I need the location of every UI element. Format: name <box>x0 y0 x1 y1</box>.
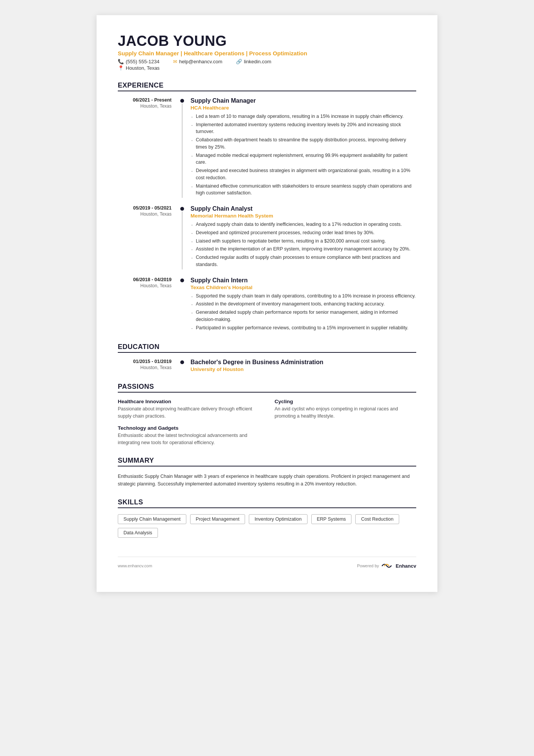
bullet-item: Developed and executed business strategi… <box>190 167 416 182</box>
timeline-connector <box>178 205 186 269</box>
exp-date: 06/2021 - Present <box>118 97 172 103</box>
skill-badge: Project Management <box>190 514 245 524</box>
bullet-item: Supported the supply chain team in daily… <box>190 293 416 300</box>
exp-company: HCA Healthcare <box>190 105 416 111</box>
email-item: ✉ help@enhancv.com <box>173 59 222 64</box>
brand-name: Enhancv <box>396 563 416 569</box>
passion-desc: Passionate about improving healthcare de… <box>118 405 259 420</box>
skill-badge: Cost Reduction <box>355 514 399 524</box>
edu-school: University of Houston <box>190 366 416 372</box>
exp-left: 06/2018 - 04/2019 Houston, Texas <box>118 277 178 333</box>
phone-number: (555) 555-1234 <box>126 59 159 64</box>
bullet-item: Implemented automated inventory systems … <box>190 121 416 136</box>
location-row: 📍 Houston, Texas <box>118 65 416 71</box>
bullet-item: Analyzed supply chain data to identify i… <box>190 221 416 228</box>
passions-section: PASSIONS Healthcare Innovation Passionat… <box>118 383 416 446</box>
exp-right: Supply Chain Intern Texas Children's Hos… <box>186 277 416 333</box>
exp-date: 06/2018 - 04/2019 <box>118 277 172 282</box>
phone-icon: 📞 <box>118 59 124 64</box>
experience-item: 06/2018 - 04/2019 Houston, Texas Supply … <box>118 277 416 333</box>
timeline-line <box>182 211 183 269</box>
summary-section: SUMMARY Enthusiastic Supply Chain Manage… <box>118 457 416 488</box>
education-list: 01/2015 - 01/2019 Houston, Texas Bachelo… <box>118 359 416 372</box>
bullet-item: Managed mobile medical equipment repleni… <box>190 152 416 166</box>
passion-item: Healthcare Innovation Passionate about i… <box>118 399 259 420</box>
education-section: EDUCATION 01/2015 - 01/2019 Houston, Tex… <box>118 343 416 372</box>
email-address: help@enhancv.com <box>179 59 222 64</box>
exp-left: 06/2021 - Present Houston, Texas <box>118 97 178 198</box>
skill-badge: Supply Chain Management <box>118 514 186 524</box>
skill-badge: Data Analysis <box>118 528 158 538</box>
exp-left: 05/2019 - 05/2021 Houston, Texas <box>118 205 178 269</box>
education-heading: EDUCATION <box>118 343 416 353</box>
timeline-connector <box>178 359 186 372</box>
footer: www.enhancv.com Powered by Enhancv <box>118 557 416 569</box>
phone-item: 📞 (555) 555-1234 <box>118 59 159 64</box>
edu-date: 01/2015 - 01/2019 <box>118 359 172 364</box>
exp-company: Texas Children's Hospital <box>190 285 416 290</box>
bullet-item: Conducted regular audits of supply chain… <box>190 254 416 268</box>
skill-badge: Inventory Optimization <box>249 514 307 524</box>
passions-grid: Healthcare Innovation Passionate about i… <box>118 399 416 446</box>
location-text: Houston, Texas <box>126 65 159 71</box>
location-icon: 📍 <box>118 65 124 71</box>
timeline-dot <box>180 99 184 103</box>
passion-desc: An avid cyclist who enjoys competing in … <box>275 405 416 420</box>
header-section: JACOB YOUNG Supply Chain Manager | Healt… <box>118 33 416 71</box>
timeline-dot <box>180 207 184 211</box>
footer-website: www.enhancv.com <box>118 563 152 568</box>
passions-heading: PASSIONS <box>118 383 416 393</box>
passion-name: Cycling <box>275 399 416 404</box>
bullet-item: Participated in supplier performance rev… <box>190 324 416 332</box>
passion-name: Healthcare Innovation <box>118 399 259 404</box>
bullet-item: Generated detailed supply chain performa… <box>190 309 416 323</box>
footer-brand: Powered by Enhancv <box>357 562 416 569</box>
candidate-name: JACOB YOUNG <box>118 33 416 49</box>
exp-city: Houston, Texas <box>118 283 172 288</box>
exp-role: Supply Chain Manager <box>190 97 416 104</box>
skills-section: SKILLS Supply Chain ManagementProject Ma… <box>118 498 416 538</box>
timeline-line <box>182 103 183 198</box>
experience-item: 05/2019 - 05/2021 Houston, Texas Supply … <box>118 205 416 269</box>
summary-text: Enthusiastic Supply Chain Manager with 3… <box>118 473 416 488</box>
exp-date: 05/2019 - 05/2021 <box>118 205 172 211</box>
candidate-title: Supply Chain Manager | Healthcare Operat… <box>118 50 416 56</box>
powered-by-text: Powered by <box>357 563 379 568</box>
edu-left: 01/2015 - 01/2019 Houston, Texas <box>118 359 178 372</box>
exp-company: Memorial Hermann Health System <box>190 213 416 219</box>
experience-section: EXPERIENCE 06/2021 - Present Houston, Te… <box>118 81 416 333</box>
bullet-item: Assisted in the implementation of an ERP… <box>190 246 416 253</box>
experience-list: 06/2021 - Present Houston, Texas Supply … <box>118 97 416 333</box>
linkedin-url: linkedin.com <box>244 59 271 64</box>
exp-bullets: Analyzed supply chain data to identify i… <box>190 221 416 268</box>
bullet-item: Maintained effective communication with … <box>190 183 416 197</box>
exp-bullets: Supported the supply chain team in daily… <box>190 293 416 332</box>
exp-bullets: Led a team of 10 to manage daily operati… <box>190 113 416 197</box>
timeline-connector <box>178 97 186 198</box>
email-icon: ✉ <box>173 59 177 64</box>
timeline-dot <box>180 360 184 364</box>
edu-degree: Bachelor's Degree in Business Administra… <box>190 359 416 366</box>
education-item: 01/2015 - 01/2019 Houston, Texas Bachelo… <box>118 359 416 372</box>
summary-heading: SUMMARY <box>118 457 416 466</box>
linkedin-item: 🔗 linkedin.com <box>236 59 271 64</box>
edu-city: Houston, Texas <box>118 365 172 370</box>
passion-name: Technology and Gadgets <box>118 425 259 431</box>
linkedin-icon: 🔗 <box>236 59 242 64</box>
experience-heading: EXPERIENCE <box>118 81 416 91</box>
exp-role: Supply Chain Intern <box>190 277 416 284</box>
bullet-item: Developed and optimized procurement proc… <box>190 229 416 236</box>
skills-heading: SKILLS <box>118 498 416 508</box>
resume-page: JACOB YOUNG Supply Chain Manager | Healt… <box>97 15 437 592</box>
bullet-item: Assisted in the development of inventory… <box>190 301 416 308</box>
passion-desc: Enthusiastic about the latest technologi… <box>118 432 259 446</box>
exp-role: Supply Chain Analyst <box>190 205 416 212</box>
exp-right: Supply Chain Manager HCA Healthcare Led … <box>186 97 416 198</box>
edu-right: Bachelor's Degree in Business Administra… <box>186 359 416 372</box>
contact-row: 📞 (555) 555-1234 ✉ help@enhancv.com 🔗 li… <box>118 59 416 64</box>
bullet-item: Collaborated with department heads to st… <box>190 136 416 151</box>
passion-item: Technology and Gadgets Enthusiastic abou… <box>118 425 259 446</box>
skill-badge: ERP Systems <box>311 514 352 524</box>
timeline-dot <box>180 279 184 282</box>
exp-city: Houston, Texas <box>118 211 172 217</box>
